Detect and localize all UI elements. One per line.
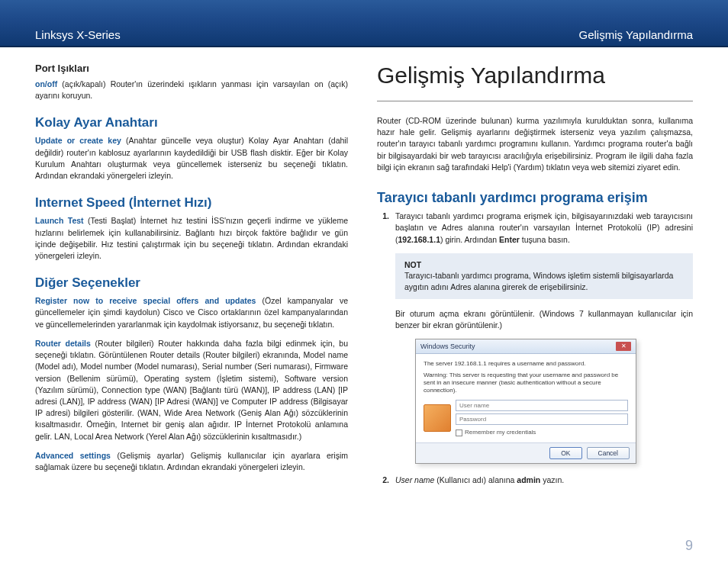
router-details-body: Router details (Router bilgileri) Router… (35, 338, 348, 442)
port-lights-heading: Port Işıkları (35, 63, 348, 74)
right-column: Gelişmiş Yapılandırma Router (CD-ROM üze… (377, 63, 693, 494)
step-num-1: 1. (377, 211, 395, 246)
ok-button[interactable]: OK (549, 447, 581, 459)
advanced-settings-label: Advanced settings (35, 451, 111, 460)
dialog-line1: The server 192.168.1.1 requires a userna… (424, 360, 628, 368)
register-label: Register now to receive special offers a… (35, 296, 256, 305)
remember-row[interactable]: Remember my credentials (456, 429, 628, 436)
header-right: Gelişmiş Yapılandırma (578, 28, 693, 41)
dialog-buttons: OK Cancel (416, 442, 636, 463)
credentials-row: Remember my credentials (424, 400, 628, 436)
browser-access-heading: Tarayıcı tabanlı yardımcı programa erişi… (377, 190, 693, 206)
page-header: Linksys X-Series Gelişmiş Yapılandırma (0, 0, 728, 47)
easy-key-heading: Kolay Ayar Anahtarı (35, 115, 348, 130)
page-title: Gelişmiş Yapılandırma (377, 63, 693, 88)
easy-key-body: Update or create key (Anahtar güncelle v… (35, 135, 348, 182)
page-content: Port Işıkları on/off (açık/kapalı) Route… (0, 47, 728, 494)
header-left: Linksys X-Series (35, 28, 121, 41)
onoff-label: on/off (35, 79, 57, 88)
launch-test-label: Launch Test (35, 216, 84, 225)
note-box: NOT Tarayıcı-tabanlı yardımcı programa, … (395, 253, 693, 299)
windows-security-dialog: Windows Security ✕ The server 192.168.1.… (415, 339, 636, 464)
step-2: 2. User name (Kullanıcı adı) alanına adm… (377, 475, 693, 486)
dialog-warning: Warning: This server is requesting that … (424, 372, 628, 395)
remember-checkbox[interactable] (456, 429, 462, 436)
steps-list-2: 2. User name (Kullanıcı adı) alanına adm… (377, 475, 693, 486)
step-1-text: Tarayıcı tabanlı yardımcı programa erişm… (395, 211, 693, 246)
cancel-button[interactable]: Cancel (587, 447, 630, 459)
page-number: 9 (685, 538, 693, 554)
other-options-heading: Diğer Seçenekler (35, 275, 348, 291)
dialog-body: The server 192.168.1.1 requires a userna… (416, 354, 636, 442)
note-label: NOT (404, 259, 684, 271)
steps-list: 1. Tarayıcı tabanlı yardımcı programa er… (377, 211, 693, 246)
remember-label: Remember my credentials (465, 429, 536, 436)
internet-speed-body: Launch Test (Testi Başlat) İnternet hız … (35, 215, 348, 262)
username-input[interactable] (456, 400, 628, 411)
credential-fields: Remember my credentials (456, 400, 628, 436)
password-input[interactable] (456, 413, 628, 425)
close-icon[interactable]: ✕ (616, 342, 631, 351)
left-column: Port Işıkları on/off (açık/kapalı) Route… (35, 63, 348, 494)
update-key-label: Update or create key (35, 136, 121, 145)
router-details-label: Router details (35, 339, 91, 348)
step-1: 1. Tarayıcı tabanlı yardımcı programa er… (377, 211, 693, 246)
note-body: Tarayıcı-tabanlı yardımcı programa, Wind… (404, 271, 673, 291)
step-num-2: 2. (377, 475, 395, 486)
advanced-settings-body: Advanced settings (Gelişmiş ayarlar) Gel… (35, 450, 348, 473)
step-2-text: User name (Kullanıcı adı) alanına admin … (395, 475, 693, 486)
user-icon (424, 404, 451, 432)
intro-paragraph: Router (CD-ROM üzerinde bulunan) kurma y… (377, 115, 693, 173)
dialog-titlebar: Windows Security ✕ (416, 339, 636, 354)
dialog-title: Windows Security (420, 343, 475, 350)
after-note-text: Bir oturum açma ekranı görüntülenir. (Wi… (395, 308, 693, 331)
title-rule (377, 101, 693, 101)
register-body: Register now to receive special offers a… (35, 295, 348, 330)
internet-speed-heading: Internet Speed (İnternet Hızı) (35, 195, 348, 211)
port-lights-body: on/off (açık/kapalı) Router'ın üzerindek… (35, 79, 348, 101)
